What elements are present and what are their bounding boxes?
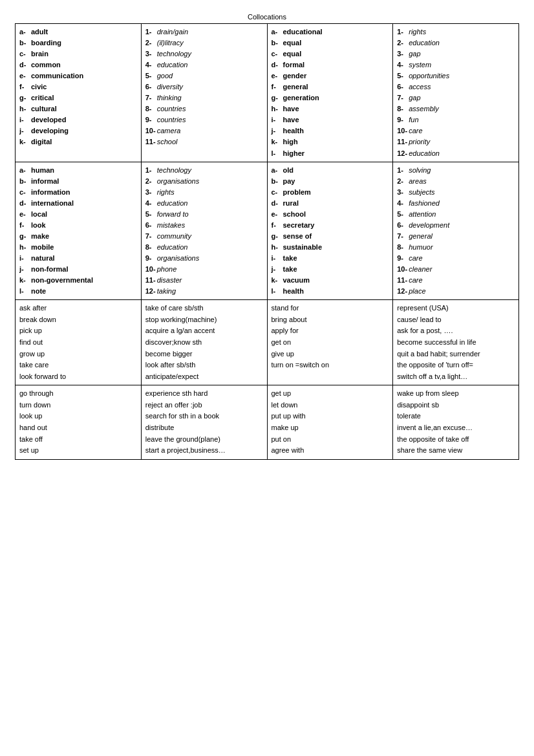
p1-col3: stand forbring aboutapply forget ongive … — [267, 300, 393, 385]
item-value: developed — [31, 114, 66, 125]
list-item: 1- solving — [397, 165, 515, 176]
item-value: fashioned — [409, 198, 440, 209]
list-item: h- cultural — [19, 103, 137, 114]
p1-col2: take of care sb/sthstop working(machine)… — [141, 300, 267, 385]
item-label: e- — [19, 209, 31, 220]
p1-col1: ask afterbreak downpick upfind outgrow u… — [16, 300, 142, 385]
list-item: j- non-formal — [19, 264, 137, 275]
item-value: critical — [31, 92, 54, 103]
list-item: 5- opportunities — [397, 70, 515, 81]
item-label: k- — [272, 136, 283, 147]
item-value: adult — [31, 27, 48, 38]
item-label: d- — [19, 198, 31, 209]
list-item: 4- system — [397, 59, 515, 70]
item-value: non-formal — [31, 264, 68, 275]
list-item: 9- organisations — [145, 253, 263, 264]
p2-col2: experience sth hardreject an offer :jobs… — [141, 385, 267, 460]
list-item: h- mobile — [19, 242, 137, 253]
item-value: system — [409, 59, 431, 70]
p1-col4: represent (USA)cause/ lead toask for a p… — [393, 300, 519, 385]
list-item: g- generation — [272, 92, 389, 103]
s1-col2: 1- drain/gain2- (il)litracy3- technology… — [141, 24, 267, 162]
item-value: drain/gain — [157, 27, 188, 38]
item-value: good — [157, 70, 173, 81]
list-item: e- local — [19, 209, 137, 220]
p2-col1: go throughturn downlook uphand outtake o… — [16, 385, 142, 460]
item-label: j- — [19, 125, 31, 136]
phrasal-line: find out — [19, 337, 137, 349]
phrasal-line: wake up from sleep — [397, 388, 515, 400]
list-item: b- equal — [272, 38, 389, 49]
phrasal-line: let down — [272, 400, 389, 411]
item-value: secretary — [283, 220, 315, 231]
list-item: c- information — [19, 187, 137, 198]
list-item: k- vacuum — [272, 275, 389, 286]
page: Collocations a- adultb- boardingc- brain… — [15, 13, 519, 460]
list-item: 7- community — [145, 231, 263, 242]
list-item: k- digital — [19, 136, 137, 147]
item-value: old — [283, 165, 294, 176]
list-item: 11- care — [397, 275, 515, 286]
list-item: a- adult — [19, 27, 137, 38]
s1-col1-list: a- adultb- boardingc- braind- commone- c… — [19, 27, 137, 148]
phrasal-line: set up — [19, 445, 137, 457]
phrasal-line: search for sth in a book — [145, 411, 263, 422]
item-value: educational — [283, 27, 323, 38]
s2-col4: 1- solving2- areas3- subjects4- fashione… — [393, 162, 519, 300]
list-item: 6- access — [397, 81, 515, 92]
phrasal-line: take care — [19, 360, 137, 371]
phrasal1-row: ask afterbreak downpick upfind outgrow u… — [16, 300, 519, 385]
list-item: f- look — [19, 220, 137, 231]
s1-col4-list: 1- rights2- education3- gap4- system5- o… — [397, 27, 515, 159]
item-value: camera — [157, 125, 181, 136]
item-label: 5- — [145, 70, 157, 81]
list-item: 10- camera — [145, 125, 263, 136]
item-label: 8- — [145, 103, 157, 114]
list-item: 12- taking — [145, 286, 263, 297]
phrasal-line: ask for a post, …. — [397, 325, 515, 337]
phrasal-line: switch off a tv,a light… — [397, 371, 515, 383]
phrasal-line: pick up — [19, 325, 137, 337]
item-value: international — [31, 198, 74, 209]
item-label: 2- — [145, 176, 157, 187]
item-value: boarding — [31, 38, 61, 49]
item-value: natural — [31, 253, 55, 264]
phrasal-line: get on — [272, 337, 389, 349]
item-value: vacuum — [283, 275, 310, 286]
list-item: c- equal — [272, 49, 389, 59]
phrasal-line: invent a lie,an excuse… — [397, 422, 515, 434]
item-label: 6- — [397, 81, 409, 92]
s1-col2-list: 1- drain/gain2- (il)litracy3- technology… — [145, 27, 263, 148]
item-label: b- — [272, 176, 283, 187]
item-label: i- — [19, 114, 31, 125]
item-value: taking — [157, 286, 176, 297]
list-item: a- human — [19, 165, 137, 176]
item-value: care — [409, 275, 422, 286]
item-label: 7- — [397, 231, 409, 242]
list-item: a- old — [272, 165, 389, 176]
phrasal-line: disappoint sb — [397, 400, 515, 411]
phrasal-line: take of care sb/sth — [145, 303, 263, 314]
list-item: b- pay — [272, 176, 389, 187]
item-value: civic — [31, 81, 47, 92]
item-label: g- — [19, 231, 31, 242]
item-value: care — [409, 253, 422, 264]
item-value: rural — [283, 198, 299, 209]
item-label: 6- — [145, 220, 157, 231]
list-item: 10- cleaner — [397, 264, 515, 275]
list-item: l- health — [272, 286, 389, 297]
item-value: disaster — [157, 275, 182, 286]
list-item: f- secretary — [272, 220, 389, 231]
item-label: c- — [19, 49, 31, 59]
item-value: equal — [283, 49, 302, 59]
item-label: 3- — [145, 49, 157, 59]
item-label: g- — [19, 92, 31, 103]
list-item: g- critical — [19, 92, 137, 103]
item-label: 12- — [145, 286, 157, 297]
phrasal-line: become bigger — [145, 349, 263, 360]
item-label: 11- — [145, 136, 157, 147]
page-title: Collocations — [15, 13, 519, 21]
phrasal-line: look after sb/sth — [145, 360, 263, 371]
list-item: j- health — [272, 125, 389, 136]
item-value: opportunities — [409, 70, 449, 81]
